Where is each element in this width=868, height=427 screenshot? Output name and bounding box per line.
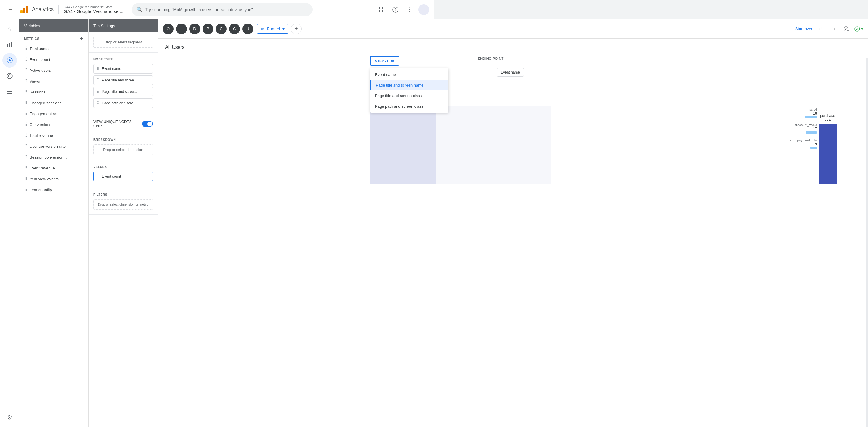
sidebar-item-reports[interactable] [2, 37, 17, 52]
drag-handle-icon: ⠿ [24, 144, 27, 149]
svg-text:?: ? [394, 7, 397, 12]
user-circle-b[interactable]: B [203, 24, 213, 34]
step1-container: STEP -1 ✏ Event name Page title and scre… [370, 56, 399, 66]
tab-settings-header: Tab Settings — [89, 19, 158, 32]
filters-section: FILTERS Drop or select dimension or metr… [89, 188, 158, 214]
svg-rect-1 [23, 8, 25, 13]
svg-rect-20 [7, 91, 12, 92]
variables-minimize-button[interactable]: — [79, 23, 84, 28]
svg-rect-2 [26, 6, 28, 13]
search-placeholder: Try searching "MoM growth in users for e… [145, 7, 253, 12]
drag-handle-icon: ⠿ [24, 133, 27, 138]
node-page-title-2[interactable]: ⠿ Page title and scree... [93, 87, 153, 96]
metric-conversions[interactable]: ⠿Conversions [19, 119, 88, 130]
drag-handle-icon: ⠿ [97, 174, 99, 179]
user-circle-c1[interactable]: C [216, 24, 227, 34]
funnel-chevron-icon: ▾ [282, 27, 284, 31]
add-metric-button[interactable]: + [80, 36, 84, 42]
node-page-title-1[interactable]: ⠿ Page title and scree... [93, 75, 153, 85]
metric-views[interactable]: ⠿Views [19, 76, 88, 87]
drag-handle-icon: ⠿ [24, 187, 27, 192]
metric-sessions[interactable]: ⠿Sessions [19, 87, 88, 97]
search-icon: 🔍 [136, 7, 143, 12]
breakdown-section: BREAKDOWN Drop or select dimension [89, 133, 158, 160]
segment-drop-zone[interactable]: Drop or select segment [93, 37, 153, 48]
value-event-count[interactable]: ⠿ Event count [93, 172, 153, 181]
metric-event-count[interactable]: ⠿Event count [19, 54, 88, 65]
values-section: VALUES ⠿ Event count [89, 160, 158, 188]
svg-rect-19 [7, 90, 12, 90]
main-layout: Variables — METRICS + ⠿Total users ⠿Even… [19, 19, 434, 214]
user-circle-c2[interactable]: C [229, 24, 240, 34]
sidebar-item-configure[interactable] [2, 85, 17, 99]
metrics-list: ⠿Total users ⠿Event count ⠿Active users … [19, 43, 88, 195]
step-edit-icon: ✏ [391, 59, 395, 63]
analytics-logo-icon [19, 5, 29, 14]
svg-rect-21 [7, 93, 12, 94]
drag-handle-icon: ⠿ [24, 68, 27, 73]
metric-event-revenue[interactable]: ⠿Event revenue [19, 162, 88, 173]
variables-title: Variables [24, 24, 40, 28]
node-event-name[interactable]: ⠿ Event name [93, 64, 153, 73]
svg-point-18 [8, 75, 11, 77]
metrics-section-label: METRICS + [19, 32, 88, 43]
metric-item-quantity[interactable]: ⠿Item quantity [19, 184, 88, 195]
search-bar[interactable]: 🔍 Try searching "MoM growth in users for… [132, 3, 313, 16]
dropdown-item-page-title-screen-name[interactable]: Page title and screen name [370, 80, 434, 90]
metric-total-revenue[interactable]: ⠿Total revenue [19, 130, 88, 141]
back-button[interactable]: ← [5, 4, 16, 15]
help-icon[interactable]: ? [390, 4, 401, 16]
filters-label: FILTERS [93, 193, 153, 196]
funnel-pencil-icon: ✏ [261, 26, 265, 32]
svg-rect-5 [378, 10, 380, 12]
breakdown-drop-zone[interactable]: Drop or select dimension [93, 145, 153, 155]
metric-active-users[interactable]: ⠿Active users [19, 65, 88, 76]
svg-rect-4 [381, 7, 383, 9]
svg-point-10 [409, 9, 410, 10]
metric-engagement-rate[interactable]: ⠿Engagement rate [19, 108, 88, 119]
metric-session-conversion[interactable]: ⠿Session conversion... [19, 152, 88, 162]
avatar[interactable] [418, 4, 429, 15]
dropdown-item-page-path-screen-class[interactable]: Page path and screen class [370, 101, 434, 112]
svg-rect-0 [21, 10, 23, 13]
property-name-large: GA4 - Google Merchandise ... [64, 9, 123, 14]
funnel-selector[interactable]: ✏ Funnel ▾ [257, 24, 288, 34]
metric-total-users[interactable]: ⠿Total users [19, 43, 88, 54]
logo-area: Analytics [19, 5, 54, 14]
values-label: VALUES [93, 165, 153, 169]
svg-point-11 [409, 11, 410, 12]
more-icon[interactable] [404, 4, 416, 16]
toggle-row: VIEW UNIQUE NODES ONLY [93, 120, 153, 128]
step-headers: STEP -1 ✏ Event name Page title and scre… [370, 56, 434, 66]
drag-handle-icon: ⠿ [24, 155, 27, 159]
variables-panel: Variables — METRICS + ⠿Total users ⠿Even… [19, 19, 89, 214]
drag-handle-icon: ⠿ [24, 122, 27, 127]
metric-user-conversion-rate[interactable]: ⠿User conversion rate [19, 141, 88, 152]
svg-point-9 [409, 7, 410, 8]
dropdown-item-page-title-screen-class[interactable]: Page title and screen class [370, 90, 434, 101]
node-page-path[interactable]: ⠿ Page path and scre... [93, 98, 153, 108]
view-unique-toggle[interactable] [142, 121, 153, 127]
drag-handle-icon: ⠿ [24, 57, 27, 62]
sidebar-item-advertising[interactable] [2, 69, 17, 83]
drag-handle-icon: ⠿ [97, 67, 99, 71]
value-item-label: Event count [102, 174, 121, 179]
user-circle-d[interactable]: D [189, 24, 200, 34]
user-circle-u[interactable]: U [242, 24, 253, 34]
left-sidebar: ⌂ ⚙ [0, 19, 19, 214]
sidebar-item-explore[interactable] [2, 53, 17, 67]
step1-box[interactable]: STEP -1 ✏ [370, 56, 399, 66]
dropdown-item-event-name[interactable]: Event name [370, 69, 434, 80]
step-dropdown-menu: Event name Page title and screen name Pa… [370, 68, 434, 113]
user-circle-l[interactable]: L [176, 24, 187, 34]
toolbar: O L D B C C U ✏ Funnel ▾ + Start over ↩ … [158, 19, 434, 39]
metric-engaged-sessions[interactable]: ⠿Engaged sessions [19, 97, 88, 108]
sidebar-item-home[interactable]: ⌂ [2, 22, 17, 36]
top-nav: ← Analytics GA4 - Google Merchandise Sto… [0, 0, 434, 19]
tab-settings-minimize-button[interactable]: — [148, 23, 153, 28]
metric-item-view-events[interactable]: ⠿Item view events [19, 173, 88, 184]
user-circle-o[interactable]: O [163, 24, 174, 34]
add-step-button[interactable]: + [291, 24, 302, 34]
filters-drop-zone[interactable]: Drop or select dimension or metric [93, 199, 153, 210]
apps-icon[interactable] [375, 4, 387, 16]
